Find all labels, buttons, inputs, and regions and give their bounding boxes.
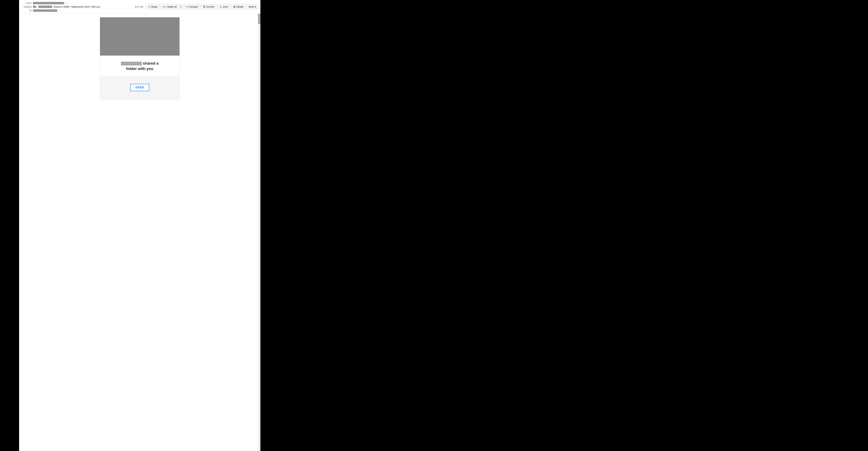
card-top: shared a folder with you: [100, 18, 180, 77]
more-button[interactable]: More ▾: [246, 4, 258, 9]
more-dropdown-icon: ▾: [255, 5, 256, 8]
reply-label: Reply: [151, 5, 157, 8]
card-bottom: OPEN: [100, 77, 180, 100]
junk-button[interactable]: ⚠ Junk: [217, 4, 230, 9]
reply-all-label: Reply All: [167, 5, 177, 8]
to-star-icon[interactable]: ☆: [59, 9, 61, 12]
toolbar: ↩ Reply ↩↩ Reply All ▾ ↪ Forward 🗄: [146, 4, 258, 9]
archive-icon: 🗄: [203, 5, 205, 8]
reply-all-wrapper: ↩↩ Reply All ▾: [160, 4, 183, 9]
email-panel: From ☆ Subject Re: shared a folder "Stat…: [19, 0, 260, 451]
reply-all-icon: ↩↩: [163, 5, 166, 8]
delete-button[interactable]: 🗑 Delete: [231, 4, 246, 9]
forward-icon: ↪: [186, 5, 188, 8]
reply-all-button[interactable]: ↩↩ Reply All: [161, 4, 179, 9]
sender-name-redacted: [121, 62, 142, 65]
open-button[interactable]: OPEN: [130, 84, 149, 91]
email-meta: From ☆ Subject Re: shared a folder "Stat…: [21, 1, 143, 12]
more-label: More: [249, 5, 254, 8]
shared-text-part2: folder with you: [126, 66, 153, 71]
from-row: From ☆: [21, 1, 143, 5]
from-label: From: [21, 2, 32, 4]
card-message: shared a folder with you: [100, 56, 180, 77]
email-body: shared a folder with you OPEN ▲: [19, 14, 260, 451]
shared-text-part1: shared a: [143, 61, 159, 65]
delete-icon: 🗑: [233, 5, 236, 8]
junk-icon: ⚠: [220, 5, 222, 8]
subject-prefix: Re:: [33, 5, 37, 8]
card-image: [100, 18, 180, 56]
email-header: From ☆ Subject Re: shared a folder "Stat…: [19, 0, 260, 14]
archive-label: Archive: [206, 5, 214, 8]
subject-sender-redacted: [38, 5, 52, 8]
timestamp: 9:27 AM: [135, 5, 143, 8]
dropdown-arrow-icon: ▾: [180, 5, 181, 8]
from-star-icon[interactable]: ☆: [66, 1, 68, 5]
reply-all-dropdown-button[interactable]: ▾: [179, 4, 183, 9]
to-value-redacted: [33, 9, 57, 12]
forward-button[interactable]: ↪ Forward: [184, 4, 200, 9]
subject-text: shared a folder "Statements 2019" with y…: [54, 5, 100, 8]
subject-row: Subject Re: shared a folder "Statements …: [21, 5, 143, 8]
to-row: To ☆: [21, 9, 143, 12]
to-label: To: [21, 9, 32, 12]
archive-button[interactable]: 🗄 Archive: [201, 4, 217, 9]
junk-label: Junk: [223, 5, 228, 8]
reply-icon: ↩: [148, 5, 150, 8]
email-content-card: shared a folder with you OPEN: [100, 17, 180, 100]
forward-label: Forward: [189, 5, 198, 8]
subject-label: Subject: [21, 5, 32, 8]
scrollbar-thumb[interactable]: [258, 14, 260, 24]
scrollbar[interactable]: ▲: [258, 14, 260, 451]
delete-label: Delete: [237, 5, 243, 8]
reply-button[interactable]: ↩ Reply: [146, 4, 160, 9]
from-value-redacted: [33, 2, 64, 4]
